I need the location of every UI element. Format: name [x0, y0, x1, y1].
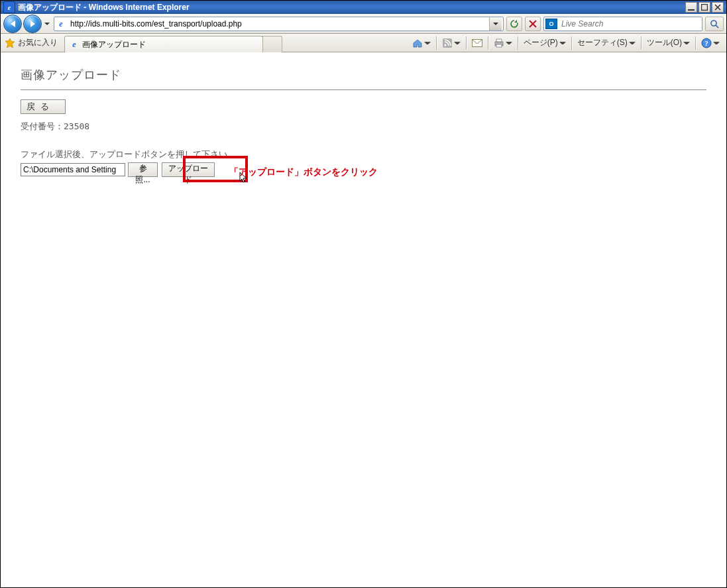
favorites-button[interactable]: お気に入り [1, 34, 63, 52]
svg-text:?: ? [704, 39, 708, 47]
search-input[interactable] [560, 19, 700, 29]
horizontal-rule [21, 89, 706, 90]
svg-rect-12 [496, 39, 502, 42]
titlebar: e 画像アップロード - Windows Internet Explorer [1, 1, 726, 14]
favorites-label: お気に入り [18, 37, 58, 48]
upload-row: 参照... アップロード 「アップロード」ボタンをクリック [21, 162, 706, 177]
chevron-down-icon [454, 42, 461, 44]
back-button[interactable]: 戻る [21, 99, 66, 114]
address-toolbar: e O [1, 14, 726, 34]
upload-button[interactable]: アップロード [162, 162, 215, 177]
nav-history-dropdown[interactable] [43, 18, 51, 30]
forward-nav-button[interactable] [23, 15, 42, 33]
browse-button[interactable]: 参照... [128, 162, 158, 177]
tools-menu[interactable]: ツール(O) [644, 36, 693, 50]
browser-window: e 画像アップロード - Windows Internet Explorer e [0, 0, 727, 588]
new-tab-button[interactable] [262, 36, 282, 53]
minimize-button[interactable] [685, 2, 697, 13]
page-menu[interactable]: ページ(P) [521, 36, 569, 50]
home-icon [412, 38, 423, 48]
browser-tab[interactable]: e 画像アップロード [64, 36, 263, 52]
receipt-number: 23508 [64, 121, 89, 131]
page-viewport: 画像アップロード 戻る 受付番号：23508 ファイル選択後、アップロードボタン… [1, 52, 726, 587]
address-dropdown[interactable] [489, 17, 502, 30]
search-go-button[interactable] [705, 17, 724, 31]
tab-label: 画像アップロード [82, 39, 258, 50]
chevron-down-icon [683, 42, 690, 44]
safety-menu-label: セーフティ(S) [577, 37, 628, 48]
stop-button[interactable] [525, 17, 541, 31]
printer-icon [494, 38, 504, 48]
mail-icon [472, 38, 482, 48]
rss-icon [442, 38, 453, 48]
svg-rect-0 [688, 9, 695, 11]
refresh-button[interactable] [506, 17, 522, 31]
maximize-button[interactable] [699, 2, 710, 13]
file-path-input[interactable] [21, 163, 125, 176]
star-icon [5, 38, 15, 48]
page-icon: e [56, 19, 66, 29]
mail-menu[interactable] [469, 36, 485, 50]
back-nav-button[interactable] [3, 15, 22, 33]
feeds-menu[interactable] [439, 36, 463, 50]
tabs-toolbar: お気に入り e 画像アップロード [1, 34, 726, 52]
chevron-down-icon [629, 42, 636, 44]
help-icon: ? [701, 38, 712, 48]
ie-icon: e [3, 1, 15, 13]
instruction-text: ファイル選択後、アップロードボタンを押して下さい。 [21, 148, 706, 160]
page-menu-label: ページ(P) [524, 37, 558, 48]
arrow-right-icon [30, 21, 35, 27]
svg-rect-1 [702, 5, 708, 11]
svg-point-9 [444, 44, 446, 46]
arrow-left-icon [11, 21, 15, 27]
chevron-down-icon [559, 42, 566, 44]
address-input[interactable] [69, 19, 489, 29]
receipt-line: 受付番号：23508 [21, 121, 706, 133]
titlebar-text: 画像アップロード - Windows Internet Explorer [18, 2, 685, 13]
print-menu[interactable] [491, 36, 515, 50]
search-provider-icon: O [545, 19, 557, 29]
svg-line-7 [716, 25, 718, 28]
annotation-text: 「アップロード」ボタンをクリック [229, 166, 378, 178]
safety-menu[interactable]: セーフティ(S) [575, 36, 638, 50]
svg-point-6 [711, 21, 716, 26]
chevron-down-icon [44, 23, 50, 25]
receipt-label: 受付番号： [21, 121, 64, 131]
page-title: 画像アップロード [21, 67, 706, 83]
search-box[interactable]: O [543, 17, 702, 31]
tab-page-icon: e [69, 39, 80, 50]
help-menu[interactable]: ? [699, 36, 722, 50]
home-menu[interactable] [410, 36, 433, 50]
chevron-down-icon [713, 42, 720, 44]
window-controls [685, 2, 724, 13]
command-bar: ページ(P) セーフティ(S) ツール(O) ? [406, 34, 726, 52]
search-icon [710, 19, 719, 29]
chevron-down-icon [424, 42, 431, 44]
close-button[interactable] [712, 2, 724, 13]
tools-menu-label: ツール(O) [647, 37, 682, 48]
svg-rect-13 [496, 44, 502, 47]
address-box[interactable]: e [54, 17, 504, 31]
chevron-down-icon [493, 23, 498, 25]
chevron-down-icon [506, 42, 512, 44]
